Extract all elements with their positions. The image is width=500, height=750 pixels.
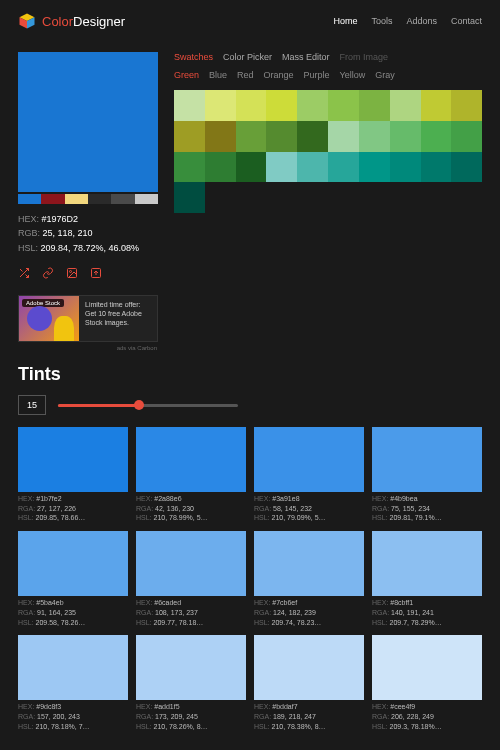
palette-swatch[interactable] (41, 194, 64, 204)
swatch[interactable] (297, 152, 328, 183)
tint-info: HEX: #7cb6efRGA: 124, 182, 239HSL: 209.7… (254, 598, 364, 627)
top-nav: HomeToolsAddonsContact (333, 16, 482, 26)
swatch[interactable] (205, 152, 236, 183)
tint-swatch[interactable] (18, 531, 128, 596)
image-icon[interactable] (66, 267, 78, 279)
swatch[interactable] (174, 90, 205, 121)
ad-badge: Adobe Stock (22, 299, 64, 307)
swatch[interactable] (451, 152, 482, 183)
tint-info: HEX: #add1f5RGA: 173, 209, 245HSL: 210, … (136, 702, 246, 731)
swatch[interactable] (174, 182, 205, 213)
nav-addons[interactable]: Addons (406, 16, 437, 26)
hex-label: HEX: (18, 214, 39, 224)
tint-swatch[interactable] (372, 427, 482, 492)
ctab-orange[interactable]: Orange (264, 70, 294, 80)
swatch[interactable] (421, 152, 452, 183)
swatch[interactable] (236, 121, 267, 152)
tint-item[interactable]: HEX: #3a91e8RGA: 58, 145, 232HSL: 210, 7… (254, 427, 364, 523)
swatch[interactable] (328, 121, 359, 152)
tint-item[interactable]: HEX: #bddaf7RGA: 189, 218, 247HSL: 210, … (254, 635, 364, 731)
tint-item[interactable]: HEX: #9dc8f3RGA: 157, 200, 243HSL: 210, … (18, 635, 128, 731)
tint-swatch[interactable] (18, 635, 128, 700)
swatch[interactable] (205, 90, 236, 121)
tint-swatch[interactable] (254, 635, 364, 700)
swatch[interactable] (266, 152, 297, 183)
tint-swatch[interactable] (254, 427, 364, 492)
swatch[interactable] (359, 121, 390, 152)
slider-thumb-icon[interactable] (134, 400, 144, 410)
ad-card[interactable]: Adobe Stock Limited time offer: Get 10 f… (18, 295, 158, 342)
shuffle-icon[interactable] (18, 267, 30, 279)
swatch[interactable] (297, 121, 328, 152)
tint-info: HEX: #6cadedRGA: 108, 173, 237HSL: 209.7… (136, 598, 246, 627)
ctab-yellow[interactable]: Yellow (340, 70, 366, 80)
swatch[interactable] (390, 121, 421, 152)
tint-item[interactable]: HEX: #cee4f9RGA: 206, 228, 249HSL: 209.3… (372, 635, 482, 731)
swatch[interactable] (205, 121, 236, 152)
hsl-value: 209.84, 78.72%, 46.08% (41, 243, 140, 253)
swatch[interactable] (390, 152, 421, 183)
tint-swatch[interactable] (372, 531, 482, 596)
color-preview[interactable] (18, 52, 158, 192)
tint-swatch[interactable] (136, 427, 246, 492)
tab-swatches[interactable]: Swatches (174, 52, 213, 62)
tint-info: HEX: #cee4f9RGA: 206, 228, 249HSL: 209.3… (372, 702, 482, 731)
tint-info: HEX: #9dc8f3RGA: 157, 200, 243HSL: 210, … (18, 702, 128, 731)
tints-slider[interactable] (58, 404, 238, 407)
export-icon[interactable] (90, 267, 102, 279)
swatch[interactable] (174, 121, 205, 152)
swatch[interactable] (359, 152, 390, 183)
palette-swatch[interactable] (111, 194, 134, 204)
palette-swatch[interactable] (18, 194, 41, 204)
nav-home[interactable]: Home (333, 16, 357, 26)
swatch[interactable] (266, 121, 297, 152)
swatch[interactable] (451, 90, 482, 121)
tint-item[interactable]: HEX: #4b9beaRGA: 75, 155, 234HSL: 209.81… (372, 427, 482, 523)
rgb-label: RGB: (18, 228, 40, 238)
ctab-blue[interactable]: Blue (209, 70, 227, 80)
swatch[interactable] (174, 152, 205, 183)
tab-from-image: From Image (340, 52, 389, 62)
palette-swatch[interactable] (65, 194, 88, 204)
tint-item[interactable]: HEX: #7cb6efRGA: 124, 182, 239HSL: 209.7… (254, 531, 364, 627)
tab-mass-editor[interactable]: Mass Editor (282, 52, 330, 62)
ctab-purple[interactable]: Purple (304, 70, 330, 80)
swatch[interactable] (359, 90, 390, 121)
tab-color-picker[interactable]: Color Picker (223, 52, 272, 62)
tint-item[interactable]: HEX: #5ba4ebRGA: 91, 164, 235HSL: 209.58… (18, 531, 128, 627)
ad-image: Adobe Stock (19, 296, 79, 341)
ctab-green[interactable]: Green (174, 70, 199, 80)
tint-item[interactable]: HEX: #1b7fe2RGA: 27, 127, 226HSL: 209.85… (18, 427, 128, 523)
swatch[interactable] (421, 90, 452, 121)
tint-swatch[interactable] (18, 427, 128, 492)
mode-tabs: SwatchesColor PickerMass EditorFrom Imag… (174, 52, 482, 62)
tint-swatch[interactable] (254, 531, 364, 596)
palette-swatch[interactable] (135, 194, 158, 204)
tint-swatch[interactable] (136, 531, 246, 596)
tint-item[interactable]: HEX: #8cbff1RGA: 140, 191, 241HSL: 209.7… (372, 531, 482, 627)
logo[interactable]: ColorDesigner (18, 12, 125, 30)
swatch[interactable] (297, 90, 328, 121)
swatch[interactable] (236, 152, 267, 183)
tint-item[interactable]: HEX: #add1f5RGA: 173, 209, 245HSL: 210, … (136, 635, 246, 731)
swatch[interactable] (328, 152, 359, 183)
tint-info: HEX: #bddaf7RGA: 189, 218, 247HSL: 210, … (254, 702, 364, 731)
tint-item[interactable]: HEX: #6cadedRGA: 108, 173, 237HSL: 209.7… (136, 531, 246, 627)
swatch[interactable] (328, 90, 359, 121)
ctab-gray[interactable]: Gray (375, 70, 395, 80)
nav-contact[interactable]: Contact (451, 16, 482, 26)
nav-tools[interactable]: Tools (371, 16, 392, 26)
swatch[interactable] (266, 90, 297, 121)
swatch[interactable] (390, 90, 421, 121)
tint-info: HEX: #3a91e8RGA: 58, 145, 232HSL: 210, 7… (254, 494, 364, 523)
swatch[interactable] (421, 121, 452, 152)
tints-count-input[interactable]: 15 (18, 395, 46, 415)
tint-swatch[interactable] (136, 635, 246, 700)
tint-swatch[interactable] (372, 635, 482, 700)
link-icon[interactable] (42, 267, 54, 279)
swatch[interactable] (236, 90, 267, 121)
swatch[interactable] (451, 121, 482, 152)
palette-swatch[interactable] (88, 194, 111, 204)
ctab-red[interactable]: Red (237, 70, 254, 80)
tint-item[interactable]: HEX: #2a88e6RGA: 42, 136, 230HSL: 210, 7… (136, 427, 246, 523)
